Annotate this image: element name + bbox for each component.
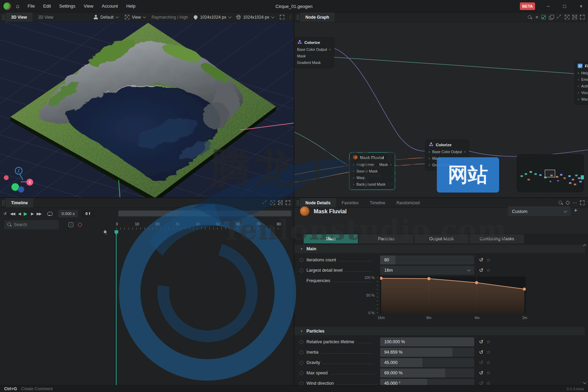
max-speed-field[interactable]: 69.000 % xyxy=(380,368,474,377)
frame-field[interactable]: 0 f xyxy=(81,210,95,217)
detail-level-dropdown[interactable]: 16m xyxy=(380,266,474,275)
chevron-down-icon[interactable] xyxy=(228,15,231,18)
output-port[interactable]: ▵ xyxy=(464,150,466,153)
list-icon[interactable]: ≡ xyxy=(535,15,538,19)
collapse-icon[interactable] xyxy=(263,200,267,205)
node-mask-fluvial[interactable]: Mask Fluvial ▵ Heightmap Mask ▵ ▵ Source… xyxy=(349,152,395,190)
tab-node-graph[interactable]: Node Graph xyxy=(300,12,335,22)
menu-file[interactable]: File xyxy=(28,3,35,9)
chevron-down-icon[interactable] xyxy=(143,15,146,18)
close-button[interactable]: × xyxy=(574,0,588,12)
fit-view-icon[interactable] xyxy=(580,200,585,205)
collapse-icon[interactable] xyxy=(557,15,562,20)
input-port[interactable]: ▵ xyxy=(353,163,355,166)
reset-icon[interactable]: ↺ xyxy=(479,360,484,366)
reset-icon[interactable]: ↺ xyxy=(479,257,484,263)
node-colorize-2[interactable]: Colorize ▵ Base Color Output ▵ ▵ Mask ▵ … xyxy=(425,140,469,170)
keyframe-icon[interactable] xyxy=(77,222,82,227)
tab-particles[interactable]: Particles xyxy=(359,234,413,243)
param-radio[interactable] xyxy=(300,269,303,272)
frame-view-icon[interactable] xyxy=(270,200,275,205)
graph-minimap[interactable] xyxy=(517,154,584,192)
filter-keyframes-icon[interactable]: / xyxy=(68,222,73,227)
input-port[interactable]: ▵ xyxy=(429,163,430,166)
more-options-icon[interactable]: ⋯ xyxy=(572,200,577,205)
favorite-star-icon[interactable]: ☆ xyxy=(486,349,491,355)
minimap-viewport-rect[interactable] xyxy=(545,170,555,177)
zoom-100-icon[interactable]: 100 xyxy=(572,15,577,19)
paint-resolution-dropdown[interactable]: 1024x1024 px xyxy=(200,15,226,20)
node-colorize-1[interactable]: Colorize Base Color Output ▵ Mask Gradie… xyxy=(294,37,334,68)
add-preset-button[interactable]: + xyxy=(574,207,578,214)
reset-playback-icon[interactable]: ↺ xyxy=(3,212,7,216)
section-particles[interactable]: ▼ Particles xyxy=(294,327,585,335)
chevron-down-icon[interactable] xyxy=(271,15,275,18)
input-port[interactable]: ▵ xyxy=(578,84,579,87)
favorite-star-icon[interactable]: ☆ xyxy=(486,360,491,366)
input-port[interactable]: ▵ xyxy=(429,157,430,160)
node-graph-canvas[interactable]: Colorize Base Color Output ▵ Mask Gradie… xyxy=(294,22,588,198)
section-main[interactable]: ▼ Main xyxy=(294,245,585,253)
play-icon[interactable]: ▶ xyxy=(24,211,28,216)
input-port[interactable]: ▵ xyxy=(429,150,430,153)
favorite-star-icon[interactable]: ☆ xyxy=(486,267,491,273)
view-dropdown[interactable]: View xyxy=(132,15,141,20)
input-port[interactable]: ▵ xyxy=(578,97,579,101)
search-icon[interactable] xyxy=(558,200,563,205)
preset-dropdown[interactable]: Custom xyxy=(508,206,571,216)
fast-forward-icon[interactable]: ▶▶ xyxy=(37,212,41,216)
tab-node-details[interactable]: Node Details xyxy=(300,198,336,207)
tab-timeline-details[interactable]: Timeline xyxy=(364,198,391,207)
reset-icon[interactable]: ↺ xyxy=(479,267,484,273)
minimap-toggle-icon[interactable] xyxy=(541,15,546,19)
param-radio[interactable] xyxy=(300,371,303,375)
home-icon[interactable]: ⌂ xyxy=(16,3,19,9)
tab-randomized[interactable]: Randomized xyxy=(391,198,425,207)
tab-2d-view[interactable]: 2D View xyxy=(33,12,59,22)
favorites-icon[interactable] xyxy=(566,200,570,205)
output-port[interactable]: ▵ xyxy=(329,48,331,51)
tab-output-mask[interactable]: Output Mask xyxy=(414,234,469,243)
favorite-star-icon[interactable]: ☆ xyxy=(486,339,491,345)
marker-icon[interactable] xyxy=(103,231,107,235)
more-options-icon[interactable]: ⋮ xyxy=(288,15,292,20)
param-radio[interactable] xyxy=(300,361,303,365)
search-input[interactable] xyxy=(14,222,52,227)
reset-icon[interactable]: ↺ xyxy=(479,370,484,376)
input-port[interactable]: ▵ xyxy=(353,176,355,179)
search-icon[interactable] xyxy=(527,15,532,20)
panel-drag-handle[interactable] xyxy=(296,200,299,206)
preset-dropdown[interactable]: Default xyxy=(100,15,113,20)
input-port[interactable]: ▵ xyxy=(578,78,579,81)
menu-account[interactable]: Account xyxy=(102,3,118,9)
menu-view[interactable]: View xyxy=(84,3,93,9)
tab-main[interactable]: Main xyxy=(304,234,358,243)
ruler-ticks[interactable] xyxy=(116,227,282,230)
viewport-3d-canvas[interactable]: Z X xyxy=(0,22,294,198)
param-radio[interactable] xyxy=(300,340,303,344)
tab-timeline[interactable]: Timeline xyxy=(6,198,33,207)
output-port[interactable]: ▵ xyxy=(390,163,392,166)
reset-icon[interactable]: ↺ xyxy=(479,339,484,345)
frequencies-chart[interactable] xyxy=(380,277,526,314)
tab-combining-masks[interactable]: Combining Masks xyxy=(470,234,524,243)
menu-edit[interactable]: Edit xyxy=(43,3,51,9)
chevron-down-icon[interactable] xyxy=(116,15,119,18)
next-frame-icon[interactable]: ▶ xyxy=(31,212,33,216)
favorite-star-icon[interactable]: ☆ xyxy=(486,257,491,263)
input-port[interactable]: ▵ xyxy=(578,71,579,74)
tab-3d-view[interactable]: 3D View xyxy=(6,12,33,22)
maximize-button[interactable]: □ xyxy=(558,0,571,12)
gravity-field[interactable]: 45.000 xyxy=(380,358,474,367)
panel-drag-handle[interactable] xyxy=(2,15,5,20)
menu-help[interactable]: Help xyxy=(126,3,136,9)
time-field[interactable]: 0.000 s xyxy=(58,210,78,217)
param-radio[interactable] xyxy=(300,382,303,385)
panel-drag-handle[interactable] xyxy=(296,15,299,20)
minimize-button[interactable]: − xyxy=(541,0,555,12)
iterations-count-field[interactable]: 80 xyxy=(380,255,474,264)
terrain-resolution-dropdown[interactable]: 1024x1024 px xyxy=(243,15,269,20)
input-port[interactable]: ▵ xyxy=(578,91,579,94)
frame-selection-icon[interactable] xyxy=(565,15,569,19)
param-radio[interactable] xyxy=(300,258,303,262)
